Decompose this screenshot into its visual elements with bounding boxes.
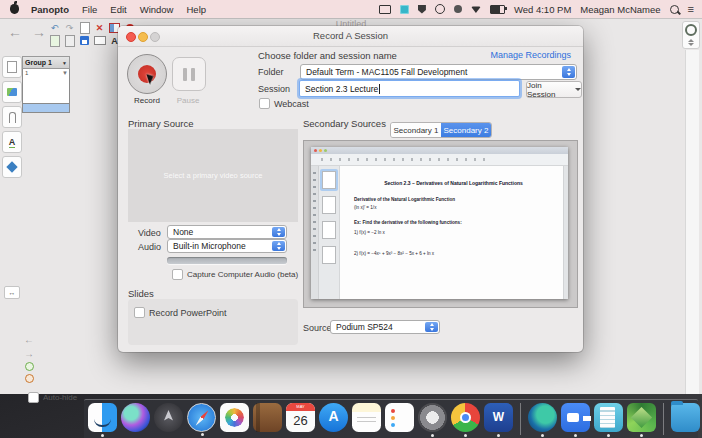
dock-separator (663, 403, 664, 435)
launchpad-dock-icon[interactable] (154, 403, 183, 432)
page-alt-icon[interactable] (63, 35, 76, 46)
new-page-icon[interactable] (78, 22, 91, 33)
search-icon[interactable] (670, 5, 679, 14)
minimize-button[interactable] (138, 32, 148, 42)
menu-bar-user[interactable]: Meagan McNamee (580, 4, 660, 15)
webex-dock-icon[interactable] (528, 403, 557, 432)
settings-gear-button[interactable] (682, 21, 700, 49)
forward-arrow-icon[interactable]: → (32, 24, 46, 40)
prev-page-arrow-icon[interactable]: ← (24, 334, 34, 345)
battery-icon[interactable] (490, 5, 505, 14)
primary-source-preview: Select a primary video source (128, 129, 298, 222)
captured-document-page: Section 2.3 – Derivatives of Natural Log… (340, 166, 563, 299)
window-scrollbar[interactable] (685, 50, 699, 394)
menu-bar: Panopto File Edit Window Help Wed 4:10 P… (0, 0, 702, 18)
join-session-label: Join Session (527, 81, 572, 99)
webcast-checkbox[interactable] (259, 98, 270, 109)
folder-dropdown[interactable]: Default Term - MAC1105 Fall Development (300, 64, 577, 80)
video-dropdown[interactable]: None (167, 225, 287, 239)
session-name-input[interactable]: Section 2.3 Lecture (299, 80, 520, 97)
menu-help[interactable]: Help (186, 4, 206, 15)
display-icon[interactable] (379, 5, 391, 14)
smart-notebook-dock-icon[interactable] (594, 403, 623, 432)
zoom-button[interactable] (150, 32, 160, 42)
tab-secondary-2[interactable]: Secondary 2 (441, 123, 491, 137)
group-dropdown[interactable]: Group 1 ▼ (22, 56, 70, 69)
captured-thumbnail-panel (319, 166, 340, 299)
audio-dropdown[interactable]: Built-in Microphone (167, 239, 287, 253)
page-group-panel: Group 1 ▼ 1 ▼ (22, 56, 70, 113)
collapse-sidebar-button[interactable]: ↔ (4, 286, 20, 299)
downloads-dock-icon[interactable] (671, 403, 700, 432)
notification-center-icon[interactable]: ≡ (688, 5, 694, 13)
ring-icon[interactable] (435, 4, 445, 14)
system-preferences-dock-icon[interactable] (418, 403, 447, 432)
reminders-dock-icon[interactable] (385, 403, 414, 432)
app-store-dock-icon[interactable] (319, 403, 348, 432)
menu-file[interactable]: File (82, 4, 97, 15)
menu-edit[interactable]: Edit (110, 4, 126, 15)
word-dock-icon[interactable] (484, 403, 513, 432)
next-page-arrow-icon[interactable]: → (24, 348, 34, 359)
delete-icon[interactable]: ✕ (93, 22, 106, 33)
auto-hide-checkbox[interactable] (28, 392, 39, 403)
page-icon[interactable] (48, 35, 61, 46)
wifi-icon[interactable] (471, 5, 481, 13)
bottom-left-controls: ← → (24, 334, 34, 383)
calendar-dock-icon[interactable]: MAY 26 (286, 403, 315, 432)
attachments-tab[interactable] (2, 106, 22, 128)
captured-scrollbar (563, 166, 568, 299)
back-arrow-icon[interactable]: ← (8, 24, 22, 40)
teal-app-icon[interactable] (400, 5, 409, 14)
redo-icon[interactable]: ↷ (63, 22, 76, 33)
doc-problem-2: 2) f(x) = −4x⁵ + 9x³ − 8x² − 5x + 6 + ln… (354, 251, 553, 256)
secondary-tabs: Secondary 1 Secondary 2 (390, 122, 492, 138)
shield-icon[interactable] (418, 5, 426, 14)
capture-audio-row: Capture Computer Audio (beta) (172, 269, 298, 280)
menu-bar-clock[interactable]: Wed 4:10 PM (514, 4, 571, 15)
shape-icon (6, 161, 17, 172)
menu-panopto[interactable]: Panopto (31, 4, 69, 15)
source-dropdown[interactable]: Podium SP524 (330, 320, 440, 334)
undo-icon[interactable]: ↶ (48, 22, 61, 33)
zoom-dock-icon[interactable] (561, 403, 590, 432)
record-button-label: Record (127, 96, 167, 105)
notes-dock-icon[interactable] (352, 403, 381, 432)
safari-dock-icon[interactable] (187, 403, 216, 432)
tab-secondary-1[interactable]: Secondary 1 (391, 123, 441, 137)
screen-capture-preview: Section 2.3 – Derivatives of Natural Log… (311, 147, 568, 299)
text-properties-tab[interactable]: A (2, 131, 22, 153)
capture-computer-audio-checkbox[interactable] (172, 269, 183, 280)
video-value: None (173, 227, 193, 237)
source-label: Source (303, 323, 332, 333)
finder-dock-icon[interactable] (88, 403, 117, 432)
pause-button[interactable] (172, 57, 206, 91)
close-button[interactable] (126, 32, 136, 42)
join-session-button[interactable]: Join Session (526, 81, 582, 98)
orange-status-icon[interactable] (25, 374, 34, 383)
shapes-tab[interactable] (2, 156, 22, 178)
page-thumbnail[interactable]: 1 ▼ (22, 69, 70, 104)
apple-menu-icon[interactable] (10, 4, 19, 14)
menu-window[interactable]: Window (140, 4, 174, 15)
calendar-day: 26 (286, 411, 315, 430)
circle-icon[interactable] (454, 5, 462, 13)
contacts-dock-icon[interactable] (253, 403, 282, 432)
panopto-dock-icon[interactable] (627, 403, 656, 432)
manage-recordings-link[interactable]: Manage Recordings (490, 50, 571, 60)
dock: MAY 26 (84, 399, 698, 438)
page-sorter-tab[interactable] (2, 56, 22, 78)
photos-dock-icon[interactable] (220, 403, 249, 432)
doc-subheading: Derivative of the Natural Logarithmic Fu… (354, 197, 553, 202)
nav-toolbar: ← → (8, 24, 46, 40)
green-status-icon[interactable] (25, 362, 34, 371)
chrome-dock-icon[interactable] (451, 403, 480, 432)
screen-capture-icon[interactable] (93, 35, 106, 46)
gallery-tab[interactable] (2, 81, 22, 103)
save-icon[interactable] (78, 35, 91, 46)
dock-separator (520, 403, 521, 435)
dropdown-stepper-icon (562, 66, 575, 78)
dialog-titlebar[interactable]: Record A Session (118, 26, 583, 47)
record-powerpoint-checkbox[interactable] (134, 307, 145, 318)
siri-dock-icon[interactable] (121, 403, 150, 432)
